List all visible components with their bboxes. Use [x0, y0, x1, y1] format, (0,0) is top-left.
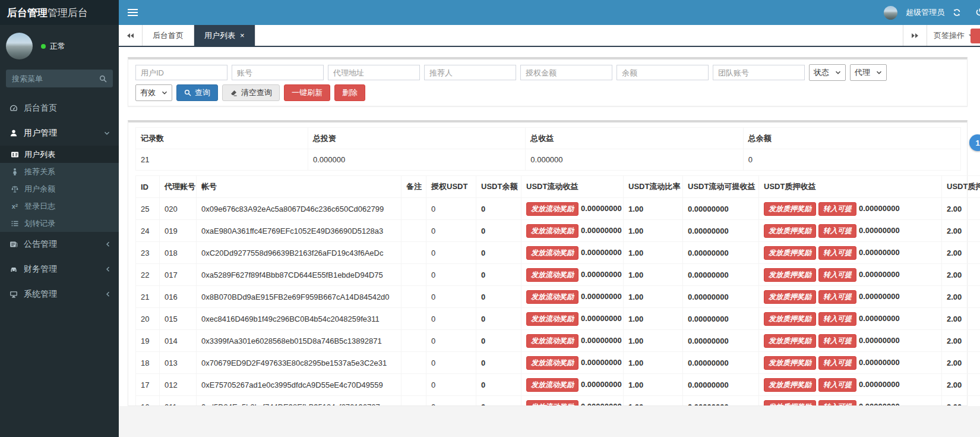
tab-user-list[interactable]: 用户列表 × [194, 25, 255, 46]
sidebar-menu: 后台首页 用户管理 用户列表 [0, 96, 119, 307]
list-icon [10, 219, 20, 228]
filter-input-1[interactable] [135, 65, 227, 80]
cell-account: 0xec8416D469b1f49c296BC0B4b54c2048259fe3… [197, 308, 402, 330]
grant-pledge-reward-button[interactable]: 发放质押奖励 [764, 246, 816, 260]
grant-pledge-reward-button[interactable]: 发放质押奖励 [764, 268, 816, 282]
filter-input-6[interactable] [617, 65, 709, 80]
filter-input-5[interactable] [520, 65, 612, 80]
sidebar-item-referrals[interactable]: 推荐关系 [0, 163, 119, 180]
cell-flow-withdrawable: 0.00000000 [683, 330, 759, 352]
tab-home[interactable]: 后台首页 [143, 25, 194, 46]
app: 后台管理管理后台 正常 后台首页 [0, 0, 980, 437]
sidebar-item-user-list[interactable]: 用户列表 [0, 146, 119, 163]
chevron-down-icon [835, 71, 841, 75]
tabs-scroll-left-button[interactable] [119, 25, 143, 46]
grant-pledge-reward-button[interactable]: 发放质押奖励 [764, 378, 816, 392]
grant-flow-reward-button[interactable]: 发放流动奖励 [526, 268, 578, 282]
delete-button-label: 删除 [342, 87, 358, 98]
sidebar-item-transfer-log[interactable]: 划转记录 [0, 215, 119, 232]
transfer-withdrawable-button[interactable]: 转入可提 [818, 334, 856, 348]
newspaper-icon [9, 240, 18, 249]
clear-button[interactable]: 清空查询 [222, 84, 280, 101]
filter-input-4[interactable] [424, 65, 516, 80]
cell-pledge-income: 发放质押奖励转入可提0.00000000 [759, 352, 942, 374]
username[interactable]: 超级管理员 [906, 7, 944, 18]
chevron-left-icon [106, 291, 110, 297]
sidebar: 后台管理管理后台 正常 后台首页 [0, 0, 119, 437]
transfer-withdrawable-button[interactable]: 转入可提 [818, 378, 856, 392]
cell-id: 21 [136, 286, 160, 308]
column-header: 备注 [402, 176, 426, 198]
cell-flow-withdrawable: 0.00000000 [683, 286, 759, 308]
sidebar-item-announcements[interactable]: 公告管理 [0, 232, 119, 257]
grant-pledge-reward-button[interactable]: 发放质押奖励 [764, 312, 816, 326]
delete-button[interactable]: 删除 [334, 84, 365, 101]
grant-pledge-reward-button[interactable]: 发放质押奖励 [764, 224, 816, 238]
close-icon[interactable]: × [240, 32, 245, 39]
transfer-withdrawable-button[interactable]: 转入可提 [818, 202, 856, 216]
filter-select-1[interactable]: 状态 [809, 64, 846, 81]
transfer-withdrawable-button[interactable]: 转入可提 [818, 356, 856, 370]
valid-select[interactable]: 有效 [135, 84, 172, 101]
grant-flow-reward-button[interactable]: 发放流动奖励 [526, 356, 578, 370]
grant-pledge-reward-button[interactable]: 发放质押奖励 [764, 400, 816, 406]
search-input[interactable] [6, 74, 99, 83]
power-icon[interactable] [975, 8, 980, 17]
search-icon[interactable] [99, 75, 113, 83]
transfer-withdrawable-button[interactable]: 转入可提 [818, 400, 856, 406]
search-button[interactable]: 查询 [176, 84, 218, 101]
grant-flow-reward-button[interactable]: 发放流动奖励 [526, 202, 578, 216]
grant-pledge-reward-button[interactable]: 发放质押奖励 [764, 356, 816, 370]
cell-flow-withdrawable: 0.00000000 [683, 198, 759, 220]
filter-input-3[interactable] [328, 65, 420, 80]
cell-flow-ratio: 1.00 [624, 264, 683, 286]
table-row: 230180xC20Dd9277558d96639B2163f26aFD19c4… [136, 242, 980, 264]
cell-note [402, 286, 426, 308]
grant-flow-reward-button[interactable]: 发放流动奖励 [526, 312, 578, 326]
cell-flow-ratio: 1.00 [624, 308, 683, 330]
grant-pledge-reward-button[interactable]: 发放质押奖励 [764, 202, 816, 216]
sidebar-item-finance[interactable]: 财务管理 [0, 257, 119, 282]
sidebar-item-home[interactable]: 后台首页 [0, 96, 119, 121]
column-header: USDT质押收益 [759, 176, 942, 198]
cell-auth-usdt: 0 [426, 198, 476, 220]
brand: 后台管理管理后台 [0, 0, 119, 25]
sidebar-item-system[interactable]: 系统管理 [0, 282, 119, 307]
tabs-scroll-right-button[interactable] [903, 25, 927, 46]
transfer-withdrawable-button[interactable]: 转入可提 [818, 246, 856, 260]
grant-flow-reward-button[interactable]: 发放流动奖励 [526, 246, 578, 260]
chevron-down-icon [104, 131, 110, 136]
cell-agent: 014 [160, 330, 197, 352]
sidebar-toggle-button[interactable] [119, 0, 146, 25]
table-scroll-area[interactable]: ID代理账号帐号备注授权USDTUSDT余额USDT流动收益USDT流动比率US… [135, 175, 980, 405]
transfer-withdrawable-button[interactable]: 转入可提 [818, 224, 856, 238]
sidebar-item-user-balance[interactable]: 用户余额 [0, 180, 119, 197]
cell-auth-usdt: 0 [426, 242, 476, 264]
transfer-withdrawable-button[interactable]: 转入可提 [818, 268, 856, 282]
grant-flow-reward-button[interactable]: 发放流动奖励 [526, 290, 578, 304]
cell-flow-ratio: 1.00 [624, 242, 683, 264]
cell-pledge-ratio: 2.00 [942, 286, 980, 308]
transfer-withdrawable-button[interactable]: 转入可提 [818, 290, 856, 304]
sidebar-item-login-log[interactable]: x2 登录日志 [0, 197, 119, 215]
transfer-withdrawable-button[interactable]: 转入可提 [818, 312, 856, 326]
grant-flow-reward-button[interactable]: 发放流动奖励 [526, 400, 578, 406]
cell-note [402, 220, 426, 242]
grant-flow-reward-button[interactable]: 发放流动奖励 [526, 334, 578, 348]
user-avatar[interactable] [884, 6, 897, 20]
refresh-all-button[interactable]: 一键刷新 [284, 84, 330, 101]
tab-action-button-clipped[interactable] [970, 29, 980, 43]
cell-pledge-ratio: 2.00 [942, 242, 980, 264]
grant-flow-reward-button[interactable]: 发放流动奖励 [526, 378, 578, 392]
grant-pledge-reward-button[interactable]: 发放质押奖励 [764, 334, 816, 348]
sidebar-item-user-mgmt[interactable]: 用户管理 [0, 121, 119, 146]
grant-flow-reward-button[interactable]: 发放流动奖励 [526, 224, 578, 238]
grant-pledge-reward-button[interactable]: 发放质押奖励 [764, 290, 816, 304]
column-header: 帐号 [197, 176, 402, 198]
filter-input-2[interactable] [232, 65, 324, 80]
filter-input-7[interactable] [713, 65, 805, 80]
menu-label: 推荐关系 [24, 166, 55, 177]
refresh-icon[interactable] [953, 8, 961, 17]
filter-select-2[interactable]: 代理 [850, 64, 887, 81]
cell-usdt-balance: 0 [476, 220, 521, 242]
